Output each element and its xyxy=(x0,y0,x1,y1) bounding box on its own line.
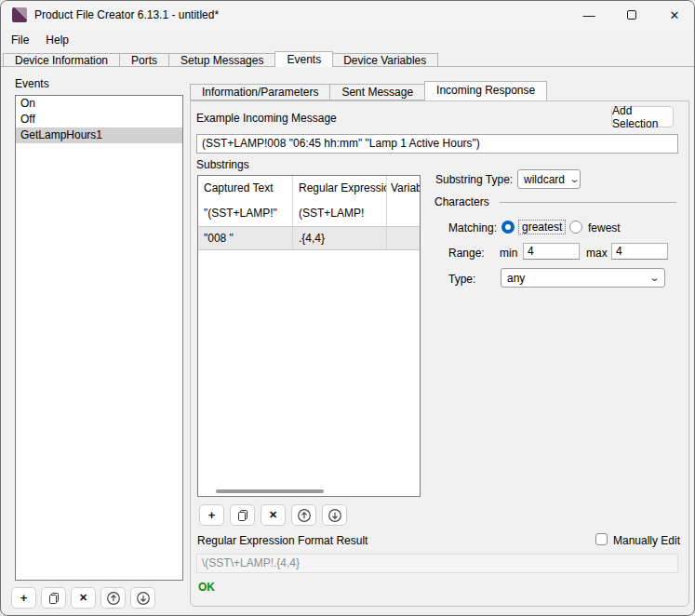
example-incoming-message-input[interactable]: (SST+LAMP!008 "06:45 hh:mm" "Lamp 1 Acti… xyxy=(196,134,678,154)
close-icon: ✕ xyxy=(670,8,680,22)
substring-type-label: Substring Type: xyxy=(435,173,513,186)
events-list[interactable]: On Off GetLampHours1 xyxy=(15,95,183,581)
tab-events[interactable]: Events xyxy=(274,51,333,67)
cell-captured-text: "(SST+LAMP!" xyxy=(198,201,293,226)
move-substring-down-button[interactable] xyxy=(322,504,347,526)
arrow-down-circle-icon xyxy=(136,591,151,606)
substrings-table[interactable]: Captured Text Regular Expressio Variab "… xyxy=(197,175,421,497)
list-item-off[interactable]: Off xyxy=(16,112,182,127)
example-incoming-message-label: Example Incoming Message xyxy=(196,112,337,125)
min-label: min xyxy=(500,247,517,260)
tab-device-information[interactable]: Device Information xyxy=(3,53,120,67)
min-input[interactable] xyxy=(523,243,580,260)
cell-variable xyxy=(387,201,420,226)
add-event-button[interactable]: + xyxy=(11,587,36,609)
type-value: any xyxy=(507,272,525,285)
horizontal-scrollbar[interactable] xyxy=(216,489,324,493)
menubar: File Help xyxy=(1,29,695,51)
move-event-down-button[interactable] xyxy=(130,587,155,609)
main-tab-bar: Device Information Ports Setup Messages … xyxy=(3,51,438,67)
substring-type-dropdown[interactable]: wildcard ⌄ xyxy=(517,169,581,189)
tab-information-parameters[interactable]: Information/Parameters xyxy=(190,84,330,100)
list-item-getlamphours1[interactable]: GetLampHours1 xyxy=(16,127,182,143)
move-substring-up-button[interactable] xyxy=(291,504,316,526)
delete-substring-button[interactable]: ✕ xyxy=(261,504,286,526)
cell-variable xyxy=(387,227,420,249)
delete-event-button[interactable]: ✕ xyxy=(71,587,96,609)
cell-regular-expression: .{4,4} xyxy=(293,227,387,249)
events-label: Events xyxy=(15,77,49,90)
move-event-up-button[interactable] xyxy=(100,587,126,609)
table-row[interactable]: "(SST+LAMP!" (SST+LAMP! xyxy=(198,201,420,226)
sub-tab-bar: Information/Parameters Sent Message Inco… xyxy=(190,81,546,100)
max-label: max xyxy=(586,247,608,260)
list-item-on[interactable]: On xyxy=(16,96,182,112)
titlebar[interactable]: Product File Creator 6.13.1 - untitled* … xyxy=(1,1,695,29)
table-header: Captured Text Regular Expressio Variab xyxy=(198,176,420,201)
tab-device-variables[interactable]: Device Variables xyxy=(332,53,438,67)
tab-incoming-response[interactable]: Incoming Response xyxy=(424,81,547,100)
menu-help[interactable]: Help xyxy=(37,29,77,51)
arrow-down-circle-icon xyxy=(327,508,342,523)
minimize-button[interactable]: — xyxy=(568,1,610,29)
minimize-icon: — xyxy=(583,8,595,22)
plus-icon: + xyxy=(208,508,216,522)
status-text: OK xyxy=(198,581,215,594)
type-label: Type: xyxy=(448,273,475,286)
menu-file[interactable]: File xyxy=(3,29,37,51)
window-title: Product File Creator 6.13.1 - untitled* xyxy=(34,1,219,29)
tab-ports[interactable]: Ports xyxy=(120,53,169,67)
radio-greatest-label[interactable]: greatest xyxy=(518,220,566,234)
substrings-label: Substrings xyxy=(196,158,249,171)
characters-group-label: Characters xyxy=(434,195,489,208)
duplicate-substring-button[interactable] xyxy=(230,504,255,526)
duplicate-icon xyxy=(47,592,60,605)
chevron-down-icon: ⌄ xyxy=(648,272,660,284)
characters-group-line xyxy=(500,202,676,203)
tab-sent-message[interactable]: Sent Message xyxy=(330,84,425,100)
max-input[interactable] xyxy=(611,243,668,260)
type-dropdown[interactable]: any ⌄ xyxy=(501,268,665,288)
regex-result-label: Regular Expression Format Result xyxy=(197,534,368,547)
duplicate-event-button[interactable] xyxy=(41,587,66,609)
plus-icon: + xyxy=(20,591,28,605)
arrow-up-circle-icon xyxy=(297,508,312,523)
column-captured-text[interactable]: Captured Text xyxy=(198,176,293,201)
maximize-icon xyxy=(627,10,636,20)
duplicate-icon xyxy=(236,509,249,522)
add-substring-button[interactable]: + xyxy=(199,504,224,526)
chevron-down-icon: ⌄ xyxy=(569,173,581,185)
regex-result-field[interactable]: \(SST\+LAMP!.{4,4} xyxy=(196,554,678,573)
app-window: Product File Creator 6.13.1 - untitled* … xyxy=(0,0,695,616)
add-selection-button[interactable]: Add Selection xyxy=(611,106,674,127)
tab-setup-messages[interactable]: Setup Messages xyxy=(169,53,275,67)
radio-fewest-label[interactable]: fewest xyxy=(588,221,621,234)
manually-edit-checkbox[interactable] xyxy=(595,533,608,545)
matching-label: Matching: xyxy=(448,221,497,234)
delete-icon: ✕ xyxy=(79,592,87,604)
cell-regular-expression: (SST+LAMP! xyxy=(293,201,387,226)
radio-fewest[interactable] xyxy=(569,221,582,234)
substring-type-value: wildcard xyxy=(524,173,565,186)
column-variable[interactable]: Variab xyxy=(387,176,420,201)
column-regular-expression[interactable]: Regular Expressio xyxy=(293,176,387,201)
arrow-up-circle-icon xyxy=(106,591,121,606)
maximize-button[interactable] xyxy=(610,1,653,29)
cell-captured-text: "008 " xyxy=(198,227,293,249)
radio-greatest[interactable] xyxy=(501,221,515,234)
app-icon xyxy=(12,7,27,22)
range-label: Range: xyxy=(448,247,485,260)
manually-edit-label[interactable]: Manually Edit xyxy=(613,534,680,547)
delete-icon: ✕ xyxy=(269,509,277,521)
table-row-selected[interactable]: "008 " .{4,4} xyxy=(198,226,420,250)
close-button[interactable]: ✕ xyxy=(653,1,695,29)
